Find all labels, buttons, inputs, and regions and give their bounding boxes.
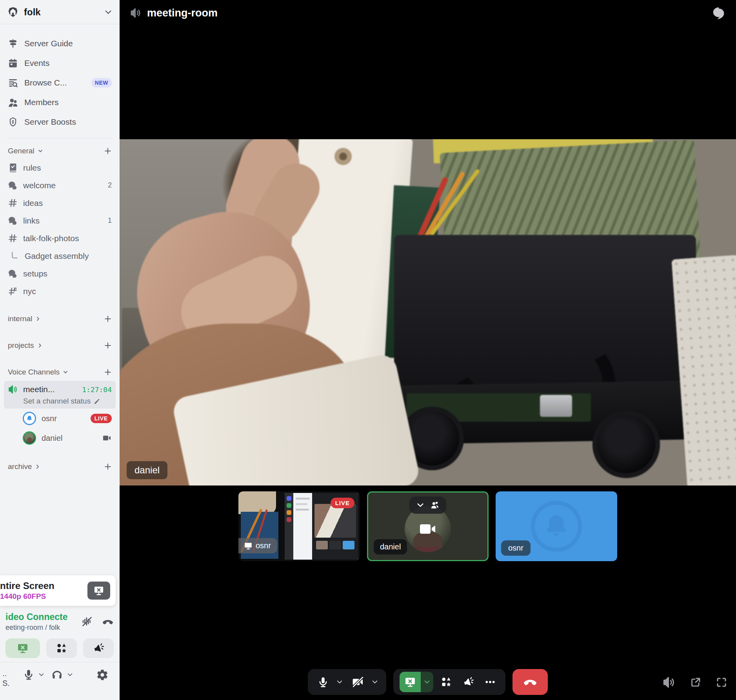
sidebar-item-events[interactable]: Events bbox=[4, 53, 116, 73]
sidebar-item-members[interactable]: Members bbox=[4, 93, 116, 112]
screenshare-thumb-shape bbox=[296, 498, 310, 500]
more-options-icon[interactable] bbox=[481, 676, 499, 688]
microphone-icon bbox=[23, 669, 35, 680]
screenshare-thumb-shape bbox=[314, 504, 356, 538]
channel-talk-folk-photos[interactable]: talk-folk-photos bbox=[4, 229, 116, 247]
set-channel-status[interactable]: Set a channel status bbox=[8, 395, 112, 405]
sidebar-scroll[interactable]: Server Guide Events Browse C... NEW Memb… bbox=[0, 24, 120, 575]
chat-icon[interactable] bbox=[712, 6, 726, 20]
chevron-down-icon[interactable] bbox=[336, 678, 345, 685]
camera-off-button[interactable] bbox=[349, 676, 367, 688]
camera-on-icon bbox=[418, 520, 437, 538]
section-header-voice-channels[interactable]: Voice Channels bbox=[4, 364, 116, 380]
channel-welcome[interactable]: welcome 2 bbox=[4, 176, 116, 194]
chevron-down-icon[interactable] bbox=[421, 672, 433, 692]
deafen-control[interactable] bbox=[51, 669, 73, 681]
main-video-daniel[interactable]: daniel bbox=[120, 139, 736, 485]
participant-daniel[interactable]: daniel bbox=[4, 428, 116, 448]
screenshare-toggle[interactable] bbox=[400, 672, 433, 692]
tile-osnr-screenshare[interactable]: LIVE osnr bbox=[238, 491, 360, 561]
user-name-truncated[interactable]: .. S. bbox=[2, 669, 20, 688]
activities-button[interactable] bbox=[46, 638, 77, 658]
screenshare-thumb-shape bbox=[287, 496, 291, 501]
browse-channels-icon bbox=[8, 78, 18, 88]
fullscreen-icon[interactable] bbox=[716, 676, 727, 688]
stop-streaming-button[interactable] bbox=[87, 582, 110, 600]
call-controls bbox=[308, 669, 548, 695]
chevron-down-icon bbox=[63, 369, 68, 375]
status-placeholder: Set a channel status bbox=[23, 397, 91, 405]
disconnect-phone-icon[interactable] bbox=[102, 615, 114, 628]
participant-tiles: LIVE osnr daniel bbox=[238, 491, 617, 561]
nav-label: Server Guide bbox=[24, 39, 73, 48]
hash-icon bbox=[8, 198, 18, 208]
add-channel-icon[interactable] bbox=[104, 368, 112, 376]
channel-count: 2 bbox=[108, 181, 112, 189]
stream-preview-card[interactable]: ntire Screen 1440p 60FPS bbox=[0, 575, 116, 606]
voice-channel-meeting-room[interactable]: meetin... 1:27:04 Set a channel status bbox=[4, 381, 116, 409]
server-header[interactable]: folk bbox=[0, 0, 120, 24]
sidebar-item-server-guide[interactable]: Server Guide bbox=[4, 34, 116, 53]
screenshare-active-button[interactable] bbox=[5, 638, 40, 658]
gear-icon[interactable] bbox=[96, 669, 109, 681]
webcam-scene-shape bbox=[540, 395, 572, 417]
tile-osnr-avatar[interactable]: osnr bbox=[496, 491, 617, 561]
channel-name: talk-folk-photos bbox=[23, 234, 79, 243]
soundboard-icon bbox=[93, 642, 104, 654]
add-channel-icon[interactable] bbox=[104, 463, 112, 471]
chevron-down-icon[interactable] bbox=[38, 671, 45, 678]
noise-suppression-off-icon[interactable] bbox=[81, 616, 93, 627]
screenshare-thumb-shape bbox=[329, 541, 341, 549]
tile-name: osnr bbox=[256, 541, 271, 550]
section-header-internal[interactable]: internal bbox=[4, 311, 116, 327]
chevron-down-icon[interactable] bbox=[371, 678, 380, 685]
channel-name: ideas bbox=[23, 198, 43, 208]
server-name: folk bbox=[24, 7, 41, 18]
members-icon[interactable] bbox=[430, 500, 440, 510]
sidebar-item-server-boosts[interactable]: Server Boosts bbox=[4, 112, 116, 132]
add-channel-icon[interactable] bbox=[104, 342, 112, 349]
tile-options-pill[interactable] bbox=[409, 496, 446, 514]
channel-setups[interactable]: setups bbox=[4, 265, 116, 282]
channel-title: meeting-room bbox=[147, 7, 218, 19]
tile-daniel[interactable]: daniel bbox=[367, 491, 489, 561]
voice-status-panel: ideo Connecte eeting-room / folk bbox=[0, 606, 120, 662]
participant-name: osnr bbox=[42, 414, 57, 423]
section-header-archive[interactable]: archive bbox=[4, 459, 116, 475]
sidebar-item-browse-channels[interactable]: Browse C... NEW bbox=[4, 73, 116, 93]
add-channel-icon[interactable] bbox=[104, 147, 112, 155]
boost-icon bbox=[8, 117, 18, 127]
forum-icon bbox=[8, 269, 18, 278]
mute-control[interactable] bbox=[23, 669, 45, 680]
volume-icon[interactable] bbox=[662, 676, 676, 689]
channel-rules[interactable]: rules bbox=[4, 159, 116, 176]
section-header-projects[interactable]: projects bbox=[4, 338, 116, 353]
participant-osnr[interactable]: osnr LIVE bbox=[4, 409, 116, 428]
add-channel-icon[interactable] bbox=[104, 315, 112, 323]
speaker-icon bbox=[130, 7, 142, 19]
activities-icon bbox=[56, 642, 67, 654]
popout-icon[interactable] bbox=[690, 676, 701, 688]
live-badge: LIVE bbox=[91, 414, 112, 423]
thread-gadget-assembly[interactable]: Gadget assembly bbox=[4, 247, 116, 265]
channel-ideas[interactable]: ideas bbox=[4, 194, 116, 212]
soundboard-button[interactable] bbox=[83, 638, 114, 658]
microphone-button[interactable] bbox=[314, 676, 332, 688]
section-header-general[interactable]: General bbox=[4, 143, 116, 159]
screenshare-thumb-shape bbox=[316, 541, 328, 549]
avatar-detail bbox=[406, 547, 449, 552]
section-label: archive bbox=[8, 462, 32, 471]
stage-header: meeting-room bbox=[120, 0, 736, 26]
chevron-down-icon[interactable] bbox=[416, 501, 425, 509]
channel-name: links bbox=[23, 216, 40, 225]
screenshare-thumb-shape bbox=[287, 503, 291, 508]
sidebar-bottom-panels: ntire Screen 1440p 60FPS ideo Connecte e… bbox=[0, 575, 120, 700]
channel-nyc[interactable]: nyc bbox=[4, 282, 116, 300]
activities-button[interactable] bbox=[437, 676, 455, 688]
disconnect-button[interactable] bbox=[512, 669, 548, 695]
chevron-down-icon[interactable] bbox=[67, 671, 73, 678]
tile-label: osnr bbox=[501, 540, 531, 556]
channel-links[interactable]: links 1 bbox=[4, 212, 116, 229]
hash-lock-icon bbox=[8, 286, 18, 296]
soundboard-button[interactable] bbox=[459, 676, 477, 688]
